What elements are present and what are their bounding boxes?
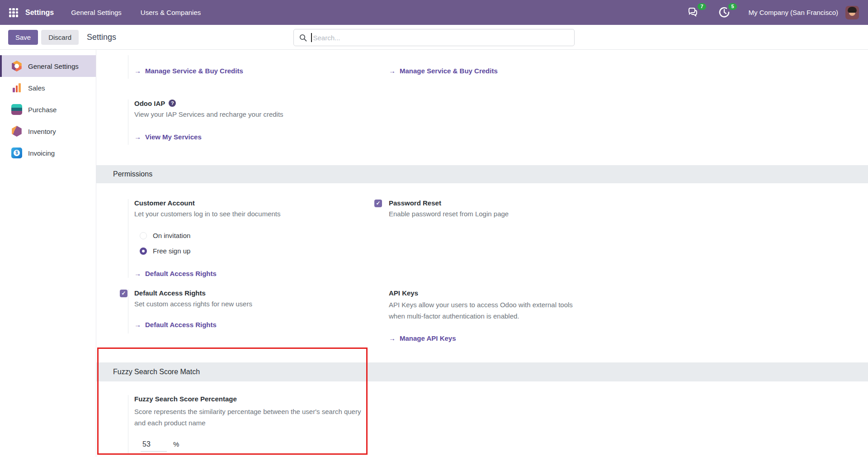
permissions-row-1: Customer Account Let your customers log … bbox=[96, 199, 868, 278]
sidebar-item-label: Invoicing bbox=[28, 149, 55, 157]
menu-general-settings[interactable]: General Settings bbox=[71, 9, 122, 16]
radio-on-icon[interactable] bbox=[140, 248, 147, 255]
password-reset-checkbox[interactable]: ✓ bbox=[374, 200, 382, 207]
sidebar-item-sales[interactable]: Sales bbox=[0, 77, 96, 99]
search-box[interactable] bbox=[293, 29, 575, 46]
default-access-rights-link[interactable]: → Default Access Rights bbox=[134, 270, 369, 278]
sidebar-item-label: General Settings bbox=[28, 62, 79, 70]
sidebar-item-inventory[interactable]: Inventory bbox=[0, 120, 96, 142]
default-access-rights-title: Default Access Rights bbox=[134, 289, 369, 297]
top-navbar: Settings General Settings Users & Compan… bbox=[0, 0, 868, 25]
fuzzy-search-description: Score represents the similarity percenta… bbox=[134, 406, 363, 428]
sidebar-item-invoicing[interactable]: $ Invoicing bbox=[0, 142, 96, 164]
customer-account-title: Customer Account bbox=[134, 199, 369, 207]
default-access-rights-checkbox[interactable]: ✓ bbox=[120, 290, 127, 297]
view-my-services-link[interactable]: → View My Services bbox=[134, 133, 369, 141]
search-icon bbox=[299, 34, 307, 42]
text-caret bbox=[311, 33, 312, 42]
api-keys-title: API Keys bbox=[389, 289, 868, 297]
manage-api-keys-link[interactable]: → Manage API Keys bbox=[389, 334, 868, 343]
radio-off-icon[interactable] bbox=[140, 232, 147, 239]
save-button[interactable]: Save bbox=[8, 30, 38, 45]
discard-button[interactable]: Discard bbox=[41, 30, 79, 45]
company-switcher[interactable]: My Company (San Francisco) bbox=[749, 9, 838, 16]
sidebar-item-label: Sales bbox=[28, 84, 45, 92]
setting-box: → Manage Service & Buy Credits bbox=[369, 55, 868, 79]
general-settings-icon bbox=[11, 61, 22, 71]
control-panel: Save Discard Settings bbox=[0, 25, 868, 50]
permissions-row-2: ✓ Default Access Rights Set custom acces… bbox=[96, 289, 868, 345]
user-avatar[interactable] bbox=[845, 6, 859, 19]
settings-main: → Manage Service & Buy Credits → Manage … bbox=[96, 50, 868, 457]
iap-credits-row: → Manage Service & Buy Credits → Manage … bbox=[96, 55, 868, 79]
messages-badge: 7 bbox=[698, 3, 706, 10]
api-keys-box: API Keys API Keys allow your users to ac… bbox=[369, 289, 868, 345]
app-name[interactable]: Settings bbox=[25, 9, 54, 17]
permissions-section-header: Permissions bbox=[96, 165, 868, 183]
sidebar-item-purchase[interactable]: Purchase bbox=[0, 99, 96, 120]
odoo-iap-row: Odoo IAP? View your IAP Services and rec… bbox=[96, 100, 868, 145]
odoo-iap-box: Odoo IAP? View your IAP Services and rec… bbox=[114, 100, 369, 145]
fuzzy-search-title: Fuzzy Search Score Percentage bbox=[134, 395, 369, 403]
activities-icon[interactable]: 5 bbox=[718, 6, 731, 19]
sidebar-item-label: Inventory bbox=[28, 128, 56, 135]
fuzzy-search-row: Fuzzy Search Score Percentage Score repr… bbox=[96, 395, 868, 454]
search-input[interactable] bbox=[313, 34, 569, 42]
password-reset-title: Password Reset bbox=[389, 199, 868, 207]
arrow-right-icon: → bbox=[389, 334, 396, 343]
password-reset-description: Enable password reset from Login page bbox=[389, 210, 868, 218]
customer-account-box: Customer Account Let your customers log … bbox=[114, 199, 369, 278]
fuzzy-search-section-header: Fuzzy Search Score Match bbox=[96, 362, 868, 381]
apps-grid-icon[interactable] bbox=[9, 8, 18, 17]
purchase-icon bbox=[11, 104, 22, 115]
activities-badge: 5 bbox=[728, 3, 736, 10]
api-keys-description: API Keys allow your users to access Odoo… bbox=[389, 299, 868, 322]
top-menu: General Settings Users & Companies bbox=[71, 9, 201, 16]
arrow-right-icon: → bbox=[389, 67, 396, 75]
default-access-rights-description: Set custom access rights for new users bbox=[134, 300, 369, 308]
settings-sidebar: General Settings Sales Purchase Inventor… bbox=[0, 50, 96, 457]
radio-free-sign-up[interactable]: Free sign up bbox=[140, 245, 369, 257]
arrow-right-icon: → bbox=[134, 270, 141, 278]
customer-account-description: Let your customers log in to see their d… bbox=[134, 210, 369, 218]
fuzzy-score-input[interactable] bbox=[141, 439, 167, 452]
odoo-iap-description: View your IAP Services and recharge your… bbox=[134, 110, 369, 119]
default-access-rights-box: ✓ Default Access Rights Set custom acces… bbox=[114, 289, 369, 345]
invoicing-icon: $ bbox=[11, 148, 22, 158]
help-icon[interactable]: ? bbox=[169, 100, 176, 107]
arrow-right-icon: → bbox=[134, 133, 141, 141]
arrow-right-icon: → bbox=[134, 321, 141, 329]
manage-service-buy-credits-link[interactable]: → Manage Service & Buy Credits bbox=[134, 67, 369, 75]
settings-layout: General Settings Sales Purchase Inventor… bbox=[0, 50, 868, 457]
fuzzy-score-field-row: % bbox=[134, 439, 369, 452]
password-reset-box: ✓ Password Reset Enable password reset f… bbox=[369, 199, 868, 278]
sidebar-item-general-settings[interactable]: General Settings bbox=[0, 55, 96, 77]
odoo-iap-title: Odoo IAP? bbox=[134, 100, 369, 108]
page-title: Settings bbox=[87, 33, 116, 42]
topbar-right: 7 5 My Company (San Francisco) bbox=[687, 6, 859, 19]
sidebar-item-label: Purchase bbox=[28, 106, 57, 114]
setting-box: → Manage Service & Buy Credits bbox=[114, 55, 369, 79]
default-access-rights-link[interactable]: → Default Access Rights bbox=[134, 321, 369, 329]
messages-icon[interactable]: 7 bbox=[687, 6, 701, 19]
fuzzy-search-box: Fuzzy Search Score Percentage Score repr… bbox=[114, 395, 369, 454]
avatar-glasses bbox=[849, 12, 856, 14]
manage-service-buy-credits-link[interactable]: → Manage Service & Buy Credits bbox=[389, 67, 868, 75]
inventory-icon bbox=[11, 126, 22, 137]
radio-on-invitation[interactable]: On invitation bbox=[140, 230, 369, 242]
percent-label: % bbox=[173, 439, 179, 448]
sales-icon bbox=[11, 82, 22, 93]
arrow-right-icon: → bbox=[134, 67, 141, 75]
menu-users-companies[interactable]: Users & Companies bbox=[141, 9, 201, 16]
